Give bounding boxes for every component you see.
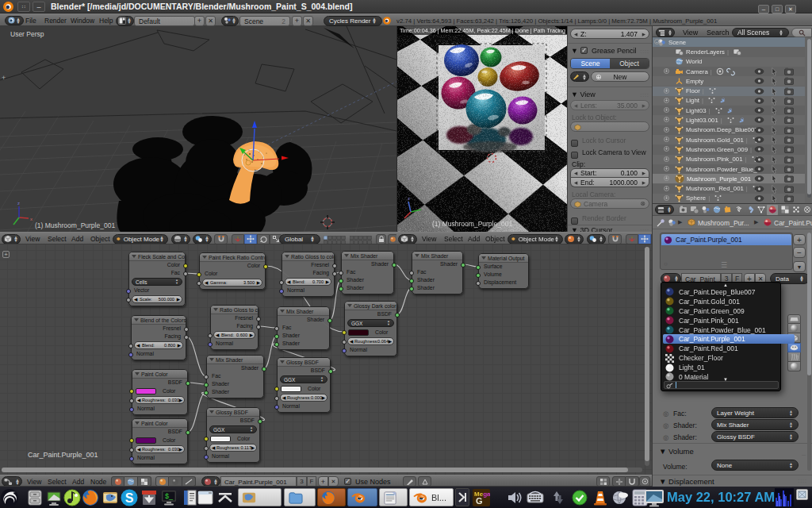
svg-text:G: G (476, 496, 483, 506)
svg-text:(1) Mushroom_Purple_001: (1) Mushroom_Purple_001 (432, 220, 512, 228)
svg-text:+: + (2, 74, 6, 82)
svg-text:z: z (408, 196, 410, 201)
svg-text:S: S (125, 491, 134, 505)
svg-text:User Persp: User Persp (10, 30, 44, 38)
svg-text:Time:00:04.36 | Mem:22.45M, Pe: Time:00:04.36 | Mem:22.45M, Peak:22.45M … (400, 27, 567, 34)
svg-text:(1) Mushroom_Purple_001: (1) Mushroom_Purple_001 (35, 221, 115, 229)
svg-text:x: x (30, 217, 33, 221)
svg-text:z: z (17, 201, 20, 206)
svg-text:$_: $_ (165, 492, 174, 500)
